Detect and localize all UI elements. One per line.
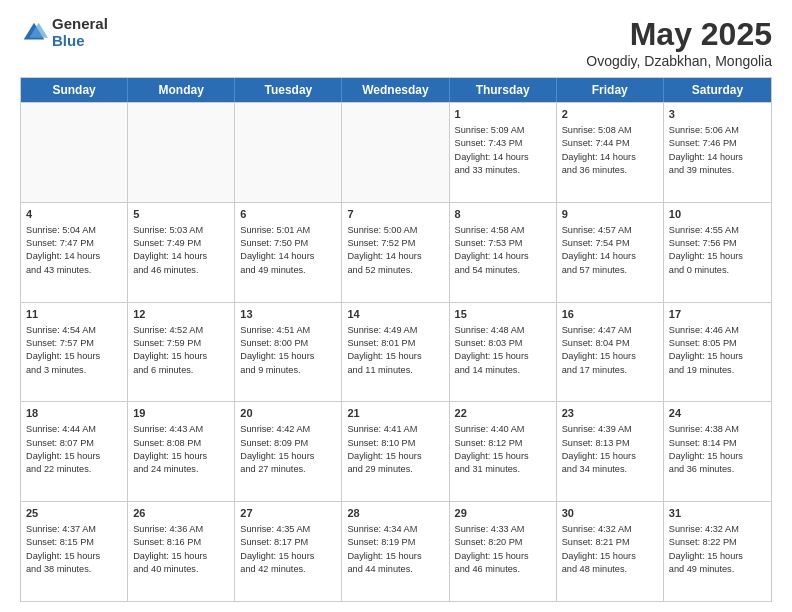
header-cell-wednesday: Wednesday — [342, 78, 449, 102]
sun-info: and 17 minutes. — [562, 364, 658, 377]
day-number: 16 — [562, 307, 658, 323]
sun-info: Daylight: 14 hours — [26, 250, 122, 263]
sun-info: Sunset: 7:43 PM — [455, 137, 551, 150]
calendar-cell: 7Sunrise: 5:00 AMSunset: 7:52 PMDaylight… — [342, 203, 449, 302]
sun-info: Sunrise: 4:46 AM — [669, 324, 766, 337]
sun-info: Sunset: 7:56 PM — [669, 237, 766, 250]
calendar-cell: 4Sunrise: 5:04 AMSunset: 7:47 PMDaylight… — [21, 203, 128, 302]
sun-info: Sunset: 8:00 PM — [240, 337, 336, 350]
sun-info: and 57 minutes. — [562, 264, 658, 277]
calendar-cell — [235, 103, 342, 202]
day-number: 26 — [133, 506, 229, 522]
day-number: 17 — [669, 307, 766, 323]
sun-info: Daylight: 15 hours — [133, 450, 229, 463]
calendar-cell: 24Sunrise: 4:38 AMSunset: 8:14 PMDayligh… — [664, 402, 771, 501]
sun-info: Sunset: 7:52 PM — [347, 237, 443, 250]
calendar-cell: 31Sunrise: 4:32 AMSunset: 8:22 PMDayligh… — [664, 502, 771, 601]
sun-info: and 31 minutes. — [455, 463, 551, 476]
sun-info: and 40 minutes. — [133, 563, 229, 576]
sun-info: Sunset: 8:20 PM — [455, 536, 551, 549]
sun-info: Sunrise: 4:58 AM — [455, 224, 551, 237]
calendar-cell: 20Sunrise: 4:42 AMSunset: 8:09 PMDayligh… — [235, 402, 342, 501]
calendar-cell: 3Sunrise: 5:06 AMSunset: 7:46 PMDaylight… — [664, 103, 771, 202]
day-number: 30 — [562, 506, 658, 522]
sun-info: Daylight: 14 hours — [562, 250, 658, 263]
sun-info: and 22 minutes. — [26, 463, 122, 476]
sun-info: Daylight: 15 hours — [26, 350, 122, 363]
sun-info: Daylight: 15 hours — [669, 350, 766, 363]
calendar-cell: 11Sunrise: 4:54 AMSunset: 7:57 PMDayligh… — [21, 303, 128, 402]
sun-info: and 36 minutes. — [562, 164, 658, 177]
day-number: 23 — [562, 406, 658, 422]
sun-info: Sunrise: 4:57 AM — [562, 224, 658, 237]
sun-info: Sunrise: 4:35 AM — [240, 523, 336, 536]
day-number: 19 — [133, 406, 229, 422]
calendar-row-3: 18Sunrise: 4:44 AMSunset: 8:07 PMDayligh… — [21, 401, 771, 501]
sun-info: Daylight: 15 hours — [133, 550, 229, 563]
day-number: 11 — [26, 307, 122, 323]
sun-info: Daylight: 15 hours — [455, 450, 551, 463]
calendar-cell — [128, 103, 235, 202]
calendar-cell: 28Sunrise: 4:34 AMSunset: 8:19 PMDayligh… — [342, 502, 449, 601]
sun-info: Sunrise: 5:04 AM — [26, 224, 122, 237]
sun-info: and 24 minutes. — [133, 463, 229, 476]
sun-info: Sunset: 8:22 PM — [669, 536, 766, 549]
calendar-cell: 26Sunrise: 4:36 AMSunset: 8:16 PMDayligh… — [128, 502, 235, 601]
sun-info: Sunrise: 4:37 AM — [26, 523, 122, 536]
sun-info: Sunrise: 4:38 AM — [669, 423, 766, 436]
sun-info: and 43 minutes. — [26, 264, 122, 277]
sun-info: Daylight: 15 hours — [562, 350, 658, 363]
logo: General Blue — [20, 16, 108, 49]
calendar-cell: 19Sunrise: 4:43 AMSunset: 8:08 PMDayligh… — [128, 402, 235, 501]
title-block: May 2025 Ovogdiy, Dzabkhan, Mongolia — [586, 16, 772, 69]
day-number: 15 — [455, 307, 551, 323]
header-cell-sunday: Sunday — [21, 78, 128, 102]
calendar-cell: 12Sunrise: 4:52 AMSunset: 7:59 PMDayligh… — [128, 303, 235, 402]
day-number: 9 — [562, 207, 658, 223]
calendar-cell: 8Sunrise: 4:58 AMSunset: 7:53 PMDaylight… — [450, 203, 557, 302]
calendar-cell: 15Sunrise: 4:48 AMSunset: 8:03 PMDayligh… — [450, 303, 557, 402]
sun-info: and 14 minutes. — [455, 364, 551, 377]
sun-info: Sunrise: 4:47 AM — [562, 324, 658, 337]
sun-info: Sunrise: 4:36 AM — [133, 523, 229, 536]
sun-info: Daylight: 15 hours — [669, 550, 766, 563]
day-number: 27 — [240, 506, 336, 522]
calendar-cell: 17Sunrise: 4:46 AMSunset: 8:05 PMDayligh… — [664, 303, 771, 402]
day-number: 24 — [669, 406, 766, 422]
sun-info: Sunset: 8:16 PM — [133, 536, 229, 549]
sun-info: Daylight: 14 hours — [669, 151, 766, 164]
sun-info: and 27 minutes. — [240, 463, 336, 476]
logo-text: General Blue — [52, 16, 108, 49]
day-number: 2 — [562, 107, 658, 123]
sun-info: Sunset: 7:59 PM — [133, 337, 229, 350]
sun-info: Daylight: 15 hours — [562, 450, 658, 463]
day-number: 1 — [455, 107, 551, 123]
sun-info: and 54 minutes. — [455, 264, 551, 277]
sun-info: and 34 minutes. — [562, 463, 658, 476]
sun-info: Sunrise: 4:42 AM — [240, 423, 336, 436]
calendar-cell: 13Sunrise: 4:51 AMSunset: 8:00 PMDayligh… — [235, 303, 342, 402]
sun-info: Daylight: 15 hours — [347, 450, 443, 463]
month-title: May 2025 — [586, 16, 772, 53]
calendar-cell: 6Sunrise: 5:01 AMSunset: 7:50 PMDaylight… — [235, 203, 342, 302]
sun-info: Daylight: 15 hours — [669, 250, 766, 263]
sun-info: Sunrise: 5:09 AM — [455, 124, 551, 137]
sun-info: and 11 minutes. — [347, 364, 443, 377]
sun-info: Sunrise: 4:39 AM — [562, 423, 658, 436]
page: General Blue May 2025 Ovogdiy, Dzabkhan,… — [0, 0, 792, 612]
sun-info: Sunrise: 4:54 AM — [26, 324, 122, 337]
sun-info: Sunset: 8:07 PM — [26, 437, 122, 450]
calendar-cell: 2Sunrise: 5:08 AMSunset: 7:44 PMDaylight… — [557, 103, 664, 202]
header-cell-tuesday: Tuesday — [235, 78, 342, 102]
calendar-cell: 25Sunrise: 4:37 AMSunset: 8:15 PMDayligh… — [21, 502, 128, 601]
calendar-cell: 5Sunrise: 5:03 AMSunset: 7:49 PMDaylight… — [128, 203, 235, 302]
day-number: 6 — [240, 207, 336, 223]
calendar-row-4: 25Sunrise: 4:37 AMSunset: 8:15 PMDayligh… — [21, 501, 771, 601]
sun-info: Sunset: 7:57 PM — [26, 337, 122, 350]
sun-info: Sunset: 8:13 PM — [562, 437, 658, 450]
sun-info: and 44 minutes. — [347, 563, 443, 576]
sun-info: and 46 minutes. — [455, 563, 551, 576]
calendar-row-2: 11Sunrise: 4:54 AMSunset: 7:57 PMDayligh… — [21, 302, 771, 402]
day-number: 13 — [240, 307, 336, 323]
sun-info: and 19 minutes. — [669, 364, 766, 377]
